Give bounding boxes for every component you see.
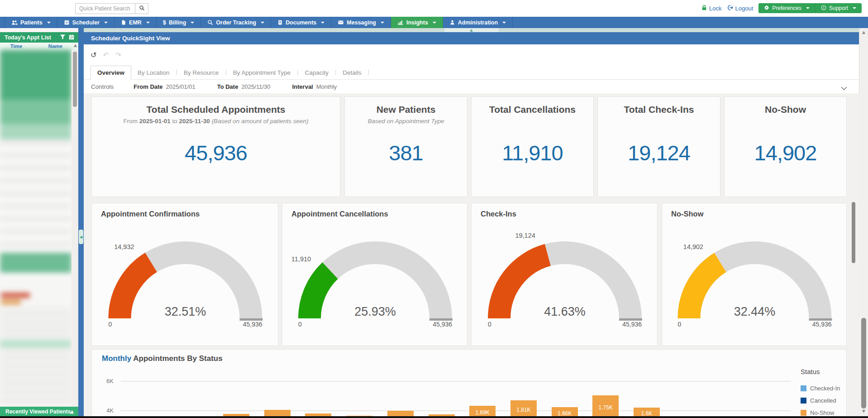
top-bar: Lock Logout Preferences Support	[0, 0, 868, 17]
kpi-value: 14,902	[725, 140, 846, 165]
y-axis-tick: 4K	[95, 407, 114, 415]
sidebar-scrollbar-thumb[interactable]	[73, 52, 77, 107]
nav-item-patients[interactable]: Patients	[5, 17, 57, 28]
nav-item-messaging[interactable]: Messaging	[331, 17, 391, 28]
nav-item-label: Messaging	[347, 19, 376, 26]
collapse-up-icon: ▲	[470, 29, 472, 32]
control-from-date[interactable]: From Date2025/01/01	[134, 83, 195, 90]
dashboard-scrollbar-thumb[interactable]	[852, 202, 855, 263]
filter-icon[interactable]	[60, 34, 66, 42]
support-label: Support	[829, 5, 848, 11]
legend-item-cancelled[interactable]: Cancelled	[801, 397, 836, 404]
kpi-subtitle: From 2025-01-01 to 2025-11-30 (Based on …	[92, 118, 340, 125]
nav-item-label: Billing	[169, 19, 186, 26]
bottom-edge	[0, 416, 868, 418]
column-time[interactable]: Time	[0, 43, 33, 49]
redo-icon[interactable]: ↷	[115, 51, 121, 59]
recently-viewed-patients-bar[interactable]: Recently Viewed Patients ▲	[0, 407, 78, 416]
nav-item-emr[interactable]: EMR	[114, 17, 157, 28]
page-title: Scheduler QuickSight View	[91, 35, 170, 42]
quicksight-embed: ↺ ↶ ↷ OverviewBy Location|By Resource|By…	[84, 44, 859, 418]
sidebar-scrollbar[interactable]	[72, 50, 78, 407]
logout-button[interactable]: Logout	[727, 5, 754, 12]
quicksight-toolbar: ↺ ↶ ↷	[91, 51, 121, 59]
svg-text:45,936: 45,936	[812, 321, 832, 328]
gauge-card: No-Show14,90232.44%045,936	[662, 203, 847, 346]
scroll-up-icon[interactable]: ▲	[74, 43, 77, 48]
nav-item-administration[interactable]: Administration	[443, 17, 513, 28]
search-input[interactable]	[75, 3, 135, 14]
appointments-sidebar: Today's Appt List Time Name ▲ ▼ Recently…	[0, 28, 78, 416]
tab-details[interactable]: Details	[336, 66, 367, 79]
nav-item-label: Patients	[20, 19, 43, 26]
svg-text:14,902: 14,902	[683, 243, 703, 250]
reset-icon[interactable]: ↺	[91, 51, 96, 59]
control-interval[interactable]: IntervalMonthly	[292, 83, 337, 90]
tab-capacity[interactable]: Capacity	[298, 66, 335, 79]
person-icon	[449, 19, 455, 25]
chevron-down-icon	[191, 22, 194, 24]
sidebar-title: Today's Appt List	[5, 34, 51, 41]
scroll-down-icon[interactable]: ▼	[859, 409, 868, 413]
content-header: Scheduler QuickSight View	[84, 32, 859, 44]
main-nav: PatientsSchedulerEMR$BillingOrder Tracki…	[0, 17, 868, 28]
svg-text:41.63%: 41.63%	[544, 305, 586, 318]
gauge-title: Appointment Cancellations	[291, 210, 388, 218]
scroll-up-icon[interactable]: ▲	[859, 30, 868, 34]
svg-text:45,936: 45,936	[243, 321, 262, 328]
page-scrollbar[interactable]: ▲ ▼	[859, 28, 868, 416]
gauge-title: No-Show	[671, 210, 704, 218]
lock-button[interactable]: Lock	[701, 5, 721, 12]
nav-item-label: Administration	[458, 19, 498, 26]
tab-overview[interactable]: Overview	[91, 66, 131, 80]
svg-text:25.93%: 25.93%	[354, 305, 396, 318]
chart-title: Monthly Appointments By Status	[102, 354, 223, 363]
bar-value-label: 1.69K	[469, 409, 496, 416]
bar-value-label: 1.75K	[592, 404, 619, 411]
kpi-title: Total Check-Ins	[598, 104, 720, 115]
search-button[interactable]	[135, 3, 148, 14]
preferences-button[interactable]: Preferences	[758, 3, 815, 13]
todays-appt-list-header: Today's Appt List	[0, 32, 78, 43]
svg-text:32.51%: 32.51%	[165, 305, 206, 318]
controls-collapse-icon[interactable]	[841, 84, 847, 92]
chevron-down-icon	[47, 22, 51, 24]
legend-label: Checked-In	[810, 385, 840, 392]
chevron-down-icon	[381, 22, 384, 24]
gauge-chart: 14,90232.44%045,936	[662, 203, 847, 346]
sidebar-collapse-handle[interactable]: ◀	[79, 230, 83, 244]
support-button[interactable]: Support	[815, 3, 862, 13]
undo-icon[interactable]: ↶	[103, 51, 109, 59]
legend-item-no-show[interactable]: No-Show	[801, 409, 834, 416]
nav-item-documents[interactable]: Documents	[271, 17, 331, 28]
page-scrollbar-thumb[interactable]	[861, 318, 866, 408]
svg-text:0: 0	[109, 321, 112, 328]
kpi-value: 381	[345, 140, 467, 165]
recently-viewed-label: Recently Viewed Patients	[5, 408, 71, 415]
nav-item-label: Scheduler	[72, 19, 100, 26]
nav-item-billing[interactable]: $Billing	[157, 17, 201, 28]
tab-by-location[interactable]: By Location	[131, 66, 176, 79]
tab-by-appointment-type[interactable]: By Appointment Type	[227, 66, 297, 79]
bar-value-label: 1.81K	[510, 407, 537, 413]
nav-item-order-tracking[interactable]: Order Tracking	[201, 17, 271, 28]
nav-item-scheduler[interactable]: Scheduler	[57, 17, 114, 28]
controls-fields: From Date2025/01/01To Date2025/11/30Inte…	[134, 83, 358, 90]
control-to-date[interactable]: To Date2025/11/30	[217, 83, 271, 90]
tab-separator: |	[368, 68, 369, 76]
preferences-label: Preferences	[772, 5, 801, 11]
legend-item-checked-in[interactable]: Checked-In	[801, 385, 840, 392]
chevron-down-icon	[853, 7, 856, 9]
nav-item-label: Order Tracking	[216, 19, 256, 26]
column-name[interactable]: Name	[33, 43, 78, 49]
calendar-icon[interactable]	[68, 34, 75, 42]
top-right-actions: Lock Logout Preferences Support	[701, 2, 862, 14]
chevron-down-icon	[146, 22, 150, 24]
tab-by-resource[interactable]: By Resource	[177, 66, 225, 79]
panel-collapse-strip[interactable]: ▲	[84, 28, 859, 32]
svg-text:45,936: 45,936	[622, 321, 642, 328]
gauge-chart: 14,93232.51%045,936	[92, 203, 279, 346]
legend-label: No-Show	[810, 409, 834, 416]
kpi-title: Total Cancellations	[472, 104, 593, 115]
nav-item-insights[interactable]: Insights	[391, 17, 443, 28]
